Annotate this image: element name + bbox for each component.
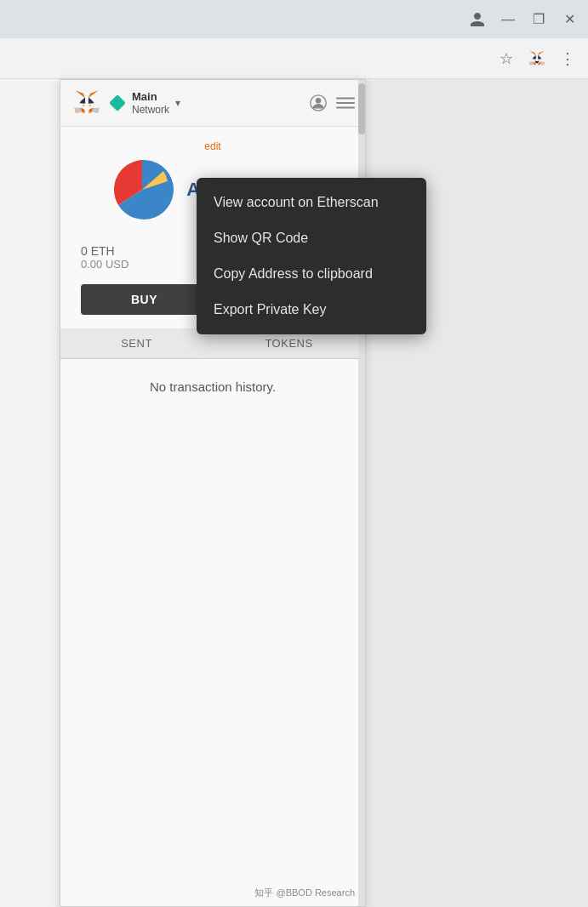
browser-frame: — ❐ ✕ ☆ xyxy=(0,0,588,907)
minimize-button[interactable]: — xyxy=(500,11,517,28)
network-main-label: Main xyxy=(132,90,169,104)
network-caret-icon: ▾ xyxy=(175,97,180,109)
extension-popup: Main Network ▾ xyxy=(60,79,366,907)
network-selector[interactable]: Main Network ▾ xyxy=(111,90,180,116)
svg-point-1 xyxy=(316,98,321,103)
dropdown-qr-code[interactable]: Show QR Code xyxy=(197,220,426,256)
metamask-logo xyxy=(71,87,103,119)
svg-rect-2 xyxy=(336,98,355,100)
dropdown-export-key[interactable]: Export Private Key xyxy=(197,292,426,328)
watermark: 知乎 @BBOD Research xyxy=(254,887,355,899)
title-bar: — ❐ ✕ xyxy=(0,0,588,38)
edit-link[interactable]: edit xyxy=(204,140,220,152)
more-menu-icon[interactable]: ⋮ xyxy=(554,45,581,72)
bookmark-icon[interactable]: ☆ xyxy=(493,45,520,72)
metamask-extension-icon[interactable] xyxy=(523,45,551,72)
transaction-history-area: No transaction history. xyxy=(60,359,365,906)
account-dropdown-menu: View account on Etherscan Show QR Code C… xyxy=(197,178,426,334)
close-button[interactable]: ✕ xyxy=(561,11,578,28)
svg-rect-3 xyxy=(336,102,355,104)
account-icon-button[interactable] xyxy=(309,94,328,112)
chrome-account-icon[interactable] xyxy=(469,11,486,28)
svg-rect-4 xyxy=(336,107,355,109)
menu-hamburger-button[interactable] xyxy=(336,94,355,112)
network-sub-label: Network xyxy=(132,104,169,116)
network-diamond-icon xyxy=(109,94,126,111)
buy-button[interactable]: BUY xyxy=(81,284,208,315)
account-area: edit Account 1 xyxy=(60,127,365,231)
maximize-button[interactable]: ❐ xyxy=(530,11,547,28)
nav-bar: ☆ ⋮ xyxy=(0,38,588,79)
account-avatar xyxy=(108,156,176,224)
dropdown-copy-address[interactable]: Copy Address to clipboard xyxy=(197,256,426,292)
tab-sent[interactable]: SENT xyxy=(60,328,213,358)
dropdown-etherscan[interactable]: View account on Etherscan xyxy=(197,185,426,220)
ext-header: Main Network ▾ xyxy=(60,80,365,127)
header-actions xyxy=(309,94,355,112)
scrollbar-thumb[interactable] xyxy=(358,83,365,134)
no-transaction-text: No transaction history. xyxy=(150,379,276,394)
